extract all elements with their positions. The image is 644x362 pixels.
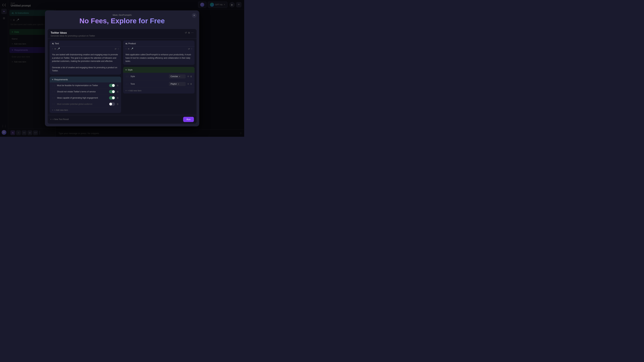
product-mic-icon[interactable]: 🎤 [131,48,133,50]
style-icon: ≡ [126,68,127,71]
plus-icon-req-demo: + [52,109,53,111]
req-label: Requirements [54,78,68,81]
run-purple-button[interactable]: Run [183,117,194,122]
req-item-2: ⋮⋮ Ideas capable of generating high enga… [50,95,121,101]
add-req-row[interactable]: + + Add new item [50,107,121,113]
modal-meet-label: Meet, DevPromptAi [49,14,195,16]
req-header: ≡ Requirements [50,77,121,82]
text-mic-icon[interactable]: 🎤 [57,48,60,50]
modal-header: × Meet, DevPromptAi No Fees, Explore for… [45,10,199,27]
text-label: Text [55,42,59,45]
refresh-icon[interactable]: ↺ [185,31,187,34]
style-drag-0[interactable]: ⋮⋮ [126,76,129,77]
plus-icon-test: + [50,118,52,120]
req-delete-1[interactable]: 🗑 [117,90,119,93]
req-delete-2[interactable]: 🗑 [117,97,119,99]
req-icon: ≡ [52,78,53,81]
style-label: Style [128,68,133,71]
style-dropdown-0[interactable]: Concise ▼ [169,74,186,78]
text-section-header: A| Text [50,40,121,46]
req-item-label-1: Should not violate Twitter's terms of se… [57,90,107,93]
product-content: Web application called DevPromptAi to en… [123,51,194,65]
demo-body: A| Text ↑ ⊕ 🎤 ⇄ ↕ [48,38,196,115]
product-upload-icon[interactable]: ↑ [126,48,126,50]
req-item-label-3: Must consider potential global audience [57,103,107,105]
text-format-icon[interactable]: ⇄ [115,48,116,50]
req-item-1: ⋮⋮ Should not violate Twitter's terms of… [50,89,121,95]
chevron-down-style-1: ▼ [178,83,179,85]
req-item-3: ⋮⋮ Must consider potential global audien… [50,101,121,107]
text-expand-icon[interactable]: ↕ [118,48,119,50]
demo-bottom-bar: + + New Test Result Run [48,115,196,124]
modal-overlay[interactable]: × Meet, DevPromptAi No Fees, Explore for… [0,0,244,137]
demo-header-icons: ↺ ⧉ ⋯ [185,31,194,34]
style-header: ≡ Style [123,67,194,73]
requirements-section-demo: ≡ Requirements ⋮⋮ Must be feasible for i… [50,77,121,113]
more-icon[interactable]: ⋯ [191,31,194,34]
demo-header-left: Twitter Ideas Generate ideas for promoti… [51,31,95,37]
style-drag-1[interactable]: ⋮⋮ [126,83,129,85]
req-item-label-0: Must be feasible for implementation on T… [57,84,107,87]
req-toggle-1[interactable] [109,90,115,93]
demo-ui: Twitter Ideas Generate ideas for promoti… [48,29,196,123]
style-row-label-1: Tone [130,83,167,85]
add-style-label: + Add new item [128,89,142,92]
drag-handle-1[interactable]: ⋮⋮ [52,91,55,92]
add-req-demo-label: + Add new item [54,109,68,111]
modal-hero-title: No Fees, Explore for Free [49,17,195,26]
modal: × Meet, DevPromptAi No Fees, Explore for… [45,10,199,126]
req-toggle-3[interactable] [109,102,115,106]
text-section-toolbar: ↑ ⊕ 🎤 ⇄ ↕ [50,46,121,51]
product-format-icon[interactable]: ⇄ [188,48,190,50]
product-share-icon[interactable]: ⊕ [128,48,130,50]
demo-left-col: A| Text ↑ ⊕ 🎤 ⇄ ↕ [50,40,121,113]
req-item-0: ⋮⋮ Must be feasible for implementation o… [50,82,121,89]
copy-icon[interactable]: ⧉ [188,31,190,34]
style-dropdown-1[interactable]: Playful ▼ [169,82,186,86]
new-test-text: + New Test Result [52,118,69,120]
req-delete-0[interactable]: 🗑 [117,84,119,87]
drag-handle-2[interactable]: ⋮⋮ [52,97,55,99]
product-section: A| Product ↑ ⊕ 🎤 ⇄ ↕ [123,40,194,65]
req-item-label-2: Ideas capable of generating high engagem… [57,97,107,99]
style-row-label-0: Style [130,75,167,78]
style-section: ≡ Style ⋮⋮ Style Concise ▼ [123,67,194,93]
product-paragraph: Web application called DevPromptAi to en… [126,53,192,63]
style-row-0: ⋮⋮ Style Concise ▼ ⚙ 🗑 [123,73,194,80]
style-value-0: Concise [170,75,178,78]
modal-close-button[interactable]: × [192,13,196,18]
style-icons-1: ⚙ 🗑 [187,83,192,85]
style-row-1: ⋮⋮ Tone Playful ▼ ⚙ 🗑 [123,80,194,88]
style-delete-icon-1[interactable]: 🗑 [190,83,192,85]
text-paragraph-1: You are tasked with brainstorming creati… [52,53,119,63]
product-expand-icon[interactable]: ↕ [191,48,192,50]
new-test-label[interactable]: + + New Test Result [50,118,69,120]
req-delete-3[interactable]: 🗑 [117,103,119,105]
text-upload-icon[interactable]: ↑ [52,48,53,50]
product-label: Product [128,42,136,45]
demo-subtitle: Generate ideas for promoting a product o… [51,35,95,37]
drag-handle-0[interactable]: ⋮⋮ [52,84,55,86]
demo-header: Twitter Ideas Generate ideas for promoti… [48,29,196,38]
text-section: A| Text ↑ ⊕ 🎤 ⇄ ↕ [50,40,121,74]
add-style-row[interactable]: + + Add new item [123,88,194,93]
demo-title: Twitter Ideas [51,31,95,34]
text-paragraph-2: Generate a list of creative and engaging… [52,66,119,72]
plus-icon-style: + [126,89,126,92]
style-settings-icon-1[interactable]: ⚙ [187,83,189,85]
req-toggle-0[interactable] [109,84,115,87]
chevron-down-style-0: ▼ [179,76,180,77]
text-share-icon[interactable]: ⊕ [54,48,56,50]
style-delete-icon-0[interactable]: 🗑 [190,75,192,78]
style-settings-icon-0[interactable]: ⚙ [187,75,189,78]
product-section-header: A| Product [123,40,194,46]
style-value-1: Playful [170,83,176,85]
app-container: ❮❮ ✦ ⊞ ⋮⋮ U Draft Untitled prompt GPT-4o… [0,0,244,137]
drag-handle-3[interactable]: ⋮⋮ [52,103,55,105]
text-ai-icon: A| [52,42,54,44]
demo-right-col: A| Product ↑ ⊕ 🎤 ⇄ ↕ [123,40,194,113]
style-icons-0: ⚙ 🗑 [187,75,192,78]
req-toggle-2[interactable] [109,96,115,99]
product-ai-icon: A| [126,42,127,44]
product-section-toolbar: ↑ ⊕ 🎤 ⇄ ↕ [123,46,194,51]
